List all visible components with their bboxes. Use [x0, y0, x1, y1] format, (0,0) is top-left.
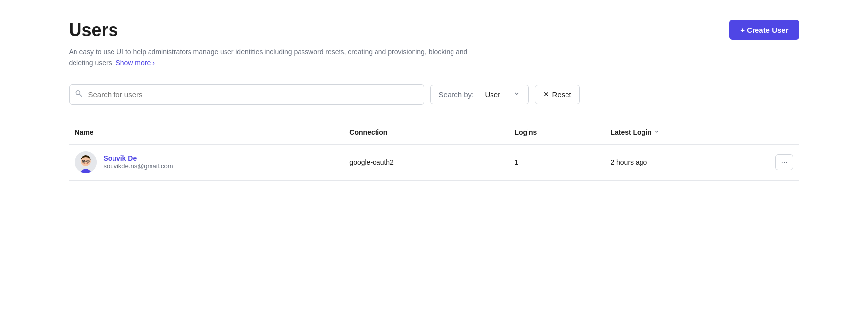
table-row: Souvik De souvikde.ns@gmail.com google-o…: [69, 145, 799, 181]
user-name[interactable]: Souvik De: [104, 154, 173, 162]
sort-icon: [654, 129, 660, 136]
col-header-name: Name: [69, 125, 344, 139]
user-latest-login: 2 hours ago: [604, 158, 769, 166]
avatar: [75, 151, 97, 173]
close-icon: ✕: [543, 90, 549, 98]
svg-point-5: [83, 161, 84, 162]
table-header: Name Connection Logins Latest Login: [69, 120, 799, 145]
search-by-value: User: [485, 90, 501, 99]
user-cell: Souvik De souvikde.ns@gmail.com: [69, 151, 344, 173]
reset-button[interactable]: ✕ Reset: [535, 85, 580, 104]
reset-label: Reset: [552, 90, 571, 99]
user-info: Souvik De souvikde.ns@gmail.com: [104, 154, 173, 170]
page-container: Users + Create User An easy to use UI to…: [39, 0, 829, 200]
col-header-logins: Logins: [508, 125, 604, 139]
user-actions-cell: ···: [769, 154, 799, 170]
ellipsis-icon: ···: [781, 158, 787, 167]
header-row: Users + Create User: [69, 20, 799, 40]
user-logins: 1: [508, 158, 604, 166]
search-row: Search by: User ✕ Reset: [69, 84, 799, 105]
create-user-button[interactable]: + Create User: [729, 20, 799, 40]
more-actions-button[interactable]: ···: [775, 154, 793, 170]
show-more-link[interactable]: Show more ›: [115, 59, 154, 67]
col-header-latest-login[interactable]: Latest Login: [604, 125, 769, 139]
description-text: An easy to use UI to help administrators…: [69, 46, 493, 69]
search-by-dropdown[interactable]: Search by: User: [430, 85, 529, 104]
svg-point-6: [87, 161, 88, 162]
col-header-connection: Connection: [343, 125, 508, 139]
table-container: Name Connection Logins Latest Login: [69, 120, 799, 181]
user-connection: google-oauth2: [343, 158, 508, 166]
search-input[interactable]: [69, 84, 424, 105]
page-title: Users: [69, 20, 118, 40]
chevron-down-icon: [513, 90, 520, 99]
col-header-actions: [769, 125, 799, 139]
search-by-label: Search by:: [439, 90, 474, 99]
latest-login-label: Latest Login: [610, 128, 651, 136]
search-input-wrapper: [69, 84, 424, 105]
user-email: souvikde.ns@gmail.com: [104, 162, 173, 170]
